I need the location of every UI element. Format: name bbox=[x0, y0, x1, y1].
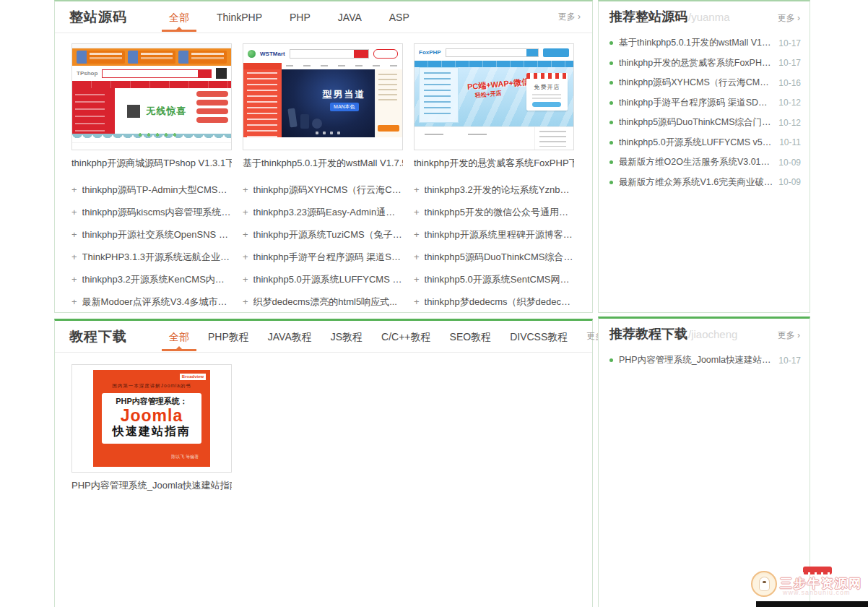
recommended-tutorial-panel: 推荐教程下载 /jiaocheng 更多 › PHP内容管理系统_Joomla快… bbox=[598, 317, 810, 607]
link-column-1: +thinkphp源码TP-Admin大型CMS站群... +thinkphp源… bbox=[71, 178, 232, 313]
plus-icon: + bbox=[71, 229, 77, 240]
tutorial-cards-row: Broadview 国内第一本深度讲解Joomla的书 PHP内容管理系统： J… bbox=[55, 353, 592, 492]
tab-java[interactable]: JAVA bbox=[338, 1, 362, 33]
list-item[interactable]: +thinkphp开源社交系统OpenSNS V3.2... bbox=[71, 223, 232, 246]
tab-thinkphp[interactable]: ThinkPHP bbox=[217, 1, 262, 33]
list-item[interactable]: +最新Modoer点评系统V3.4多城市商业... bbox=[71, 290, 232, 313]
list-item[interactable]: +thinkphp5源码DuoThinkCMS综合门... bbox=[414, 246, 574, 268]
list-item-label: thinkphp开源系统里程碑开源博客系统... bbox=[425, 228, 574, 241]
card-caption[interactable]: thinkphp开发的悬赏威客系统FoxPHP下载 bbox=[414, 157, 574, 170]
tpshop-banner-text: 无线惊喜 bbox=[147, 105, 187, 118]
list-item-label: thinkphp3.2开源系统KenCMS内容管... bbox=[82, 273, 232, 286]
tab-seo-tutorial[interactable]: SEO教程 bbox=[450, 321, 492, 352]
mock-shop-card: 免费开店 bbox=[526, 73, 568, 111]
wstmart-thumbnail[interactable]: WSTMart 型男当道 bbox=[243, 43, 403, 150]
list-item-label: thinkphp手游平台程序源码 渠道SDK+... bbox=[619, 97, 773, 109]
plus-icon: + bbox=[414, 251, 420, 262]
list-item[interactable]: +thinkphp3.23源码Easy-Admin通用后... bbox=[243, 201, 403, 223]
list-item[interactable]: +ThinkPHP3.1.3开源系统远航企业网站... bbox=[71, 246, 232, 268]
source-card-tpshop: TPshop 无线惊喜 bbox=[71, 43, 232, 170]
tab-php-tutorial[interactable]: PHP教程 bbox=[208, 321, 249, 352]
recommended-source-more-link[interactable]: 更多 › bbox=[778, 12, 800, 25]
mock-main-banner: 型男当道 MAN本色 bbox=[282, 69, 375, 137]
card-caption[interactable]: thinkphp开源商城源码TPshop V1.3.1下载 bbox=[71, 157, 232, 170]
list-item-label: thinkphp5源码DuoThinkCMS综合门... bbox=[425, 251, 574, 264]
tab-c-cpp-tutorial[interactable]: C/C++教程 bbox=[381, 321, 430, 352]
mock-category-tab bbox=[243, 63, 282, 69]
foxphp-panel-title: 免费开店 bbox=[526, 83, 568, 91]
card-caption[interactable]: 基于thinkphp5.0.1开发的wstMall V1.7.5多 bbox=[243, 157, 403, 170]
list-item[interactable]: +thinkphp开源系统里程碑开源博客系统... bbox=[414, 223, 574, 246]
list-item[interactable]: 基于thinkphp5.0.1开发的wstMall V1.7....10-17 bbox=[609, 33, 801, 53]
list-item[interactable]: thinkphp手游平台程序源码 渠道SDK+...10-12 bbox=[609, 93, 801, 113]
list-item-label: 最新Modoer点评系统V3.4多城市商业... bbox=[82, 296, 232, 309]
list-item-label: thinkphp5开发的微信公众号通用管理... bbox=[425, 206, 574, 219]
book-title-line2: Joomla bbox=[103, 407, 200, 424]
source-more-link[interactable]: 更多 › bbox=[558, 11, 581, 23]
plus-icon: + bbox=[243, 251, 248, 262]
book-title-line1: PHP内容管理系统： bbox=[103, 396, 200, 407]
plus-icon: + bbox=[71, 251, 77, 262]
list-item[interactable]: 最新版方维众筹系统V1.6完美商业破解...10-09 bbox=[609, 173, 801, 193]
list-item[interactable]: +thinkphp3.2开发的论坛系统Yznbbs论... bbox=[414, 178, 574, 201]
list-item[interactable]: +thinkphp手游平台程序源码 渠道SDK+... bbox=[243, 246, 403, 268]
list-item[interactable]: thinkphp源码XYHCMS（行云海CMS）...10-16 bbox=[609, 73, 801, 93]
list-item[interactable]: +thinkphp5开发的微信公众号通用管理... bbox=[414, 201, 574, 223]
list-item-label: thinkphp3.23源码Easy-Admin通用后... bbox=[253, 206, 403, 219]
mock-dot-row bbox=[136, 133, 179, 137]
item-date: 10-17 bbox=[778, 356, 801, 366]
list-item[interactable]: +thinkphp源码XYHCMS（行云海CMS... bbox=[243, 178, 403, 201]
list-item[interactable]: thinkphp5源码DuoThinkCMS综合门户...10-12 bbox=[609, 113, 801, 133]
mock-footer bbox=[243, 137, 402, 148]
tab-java-tutorial[interactable]: JAVA教程 bbox=[268, 321, 312, 352]
bullet-icon bbox=[609, 181, 613, 184]
item-date: 10-11 bbox=[779, 137, 801, 147]
mock-promo bbox=[77, 51, 125, 64]
tpshop-thumbnail[interactable]: TPshop 无线惊喜 bbox=[71, 43, 232, 150]
tab-js-tutorial[interactable]: JS教程 bbox=[331, 321, 363, 352]
recommended-tutorial-more-link[interactable]: 更多 › bbox=[778, 330, 800, 342]
list-item[interactable]: +thinkphp开源系统TuziCMS（兔子cms... bbox=[243, 223, 403, 246]
joomla-book-thumbnail[interactable]: Broadview 国内第一本深度讲解Joomla的书 PHP内容管理系统： J… bbox=[71, 364, 232, 473]
list-item[interactable]: +thinkphp源码TP-Admin大型CMS站群... bbox=[71, 178, 232, 201]
bullet-icon bbox=[609, 358, 613, 362]
list-item[interactable]: 最新版方维O2O生活服务系统V3.01免费...10-09 bbox=[609, 152, 801, 173]
tab-divcss-tutorial[interactable]: DIVCSS教程 bbox=[510, 321, 568, 352]
item-date: 10-12 bbox=[778, 118, 801, 128]
card-caption[interactable]: PHP内容管理系统_Joomla快速建站指南[陈 bbox=[71, 479, 232, 492]
mock-dropdown-menu bbox=[419, 67, 459, 123]
list-item-label: thinkphp5.0开源系统LUFFYCMS v5.0... bbox=[253, 273, 403, 286]
list-item-label: thinkphp源码kiscms内容管理系统下载 bbox=[82, 206, 232, 219]
mock-text-lines bbox=[532, 94, 561, 99]
tab-all[interactable]: 全部 bbox=[169, 321, 189, 352]
tab-all[interactable]: 全部 bbox=[169, 1, 189, 33]
list-item[interactable]: thinkphp5.0开源系统LUFFYCMS v5.0...10-11 bbox=[609, 133, 801, 153]
item-date: 10-12 bbox=[778, 98, 801, 108]
list-item[interactable]: thinkphp开发的悬赏威客系统FoxPHP...10-17 bbox=[609, 53, 801, 74]
book-author: 陈以飞 等编著 bbox=[171, 454, 199, 460]
mock-menu-items bbox=[282, 63, 402, 69]
plus-icon: + bbox=[71, 296, 77, 307]
foxphp-thumbnail[interactable]: FoxPHP PC端+WAP+微信+ 轻松+开店 免费开店 bbox=[414, 43, 574, 150]
list-item[interactable]: +织梦dedecms漂亮的html5响应式... bbox=[243, 290, 403, 313]
list-item[interactable]: +thinkphp源码kiscms内容管理系统下载 bbox=[71, 201, 232, 223]
recommended-tutorial-list: PHP内容管理系统_Joomla快速建站指南...10-17 bbox=[599, 349, 810, 371]
list-item[interactable]: +thinkphp5.0开源系统LUFFYCMS v5.0... bbox=[243, 268, 403, 290]
source-link-list: +thinkphp源码TP-Admin大型CMS站群... +thinkphp源… bbox=[55, 170, 592, 313]
watermark-url: www.sanbuniu.com bbox=[783, 589, 851, 596]
sidebar-slug: /yuanma bbox=[688, 11, 730, 23]
list-item-label: thinkphp梦dedecms（织梦dedecms... bbox=[425, 296, 574, 309]
tab-php[interactable]: PHP bbox=[290, 1, 311, 33]
list-item[interactable]: +thinkphp5.0开源系统SentCMS网站管... bbox=[414, 268, 574, 290]
list-item[interactable]: +thinkphp3.2开源系统KenCMS内容管... bbox=[71, 268, 232, 290]
list-item[interactable]: PHP内容管理系统_Joomla快速建站指南...10-17 bbox=[609, 350, 801, 371]
bullet-icon bbox=[609, 41, 613, 45]
list-item-label: thinkphp源码XYHCMS（行云海CMS... bbox=[253, 184, 403, 197]
link-column-2: +thinkphp源码XYHCMS（行云海CMS... +thinkphp3.2… bbox=[243, 178, 403, 313]
sidebar-title: 推荐教程下载 bbox=[609, 319, 687, 349]
tab-asp[interactable]: ASP bbox=[389, 1, 409, 33]
mock-awning bbox=[526, 73, 568, 79]
plus-icon: + bbox=[243, 184, 248, 195]
list-item-label: PHP内容管理系统_Joomla快速建站指南... bbox=[619, 354, 773, 366]
list-item[interactable]: +thinkphp梦dedecms（织梦dedecms... bbox=[414, 290, 574, 313]
